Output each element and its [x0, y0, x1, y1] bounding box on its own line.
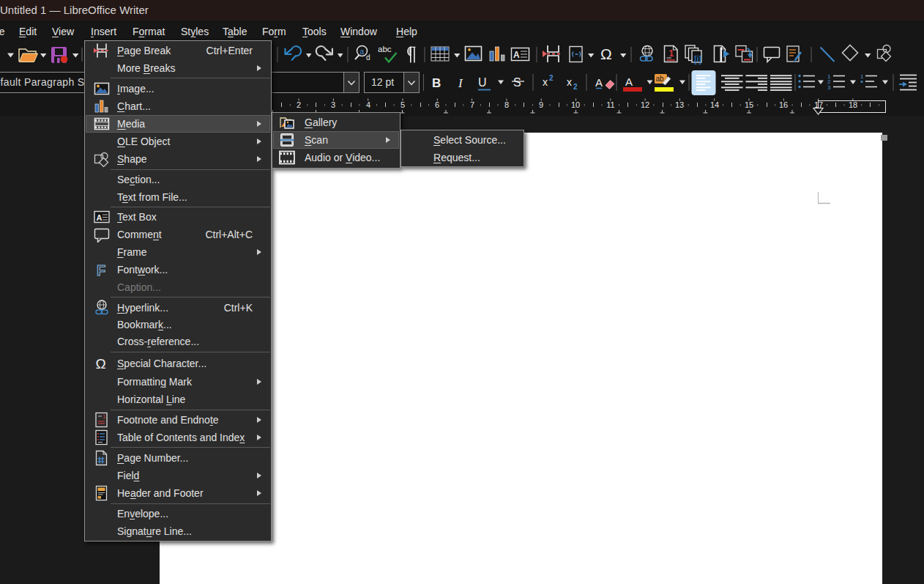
- svg-text:18: 18: [849, 100, 857, 109]
- svg-text:Ω: Ω: [600, 45, 612, 62]
- svg-text:8: 8: [504, 100, 509, 109]
- svg-text:2: 2: [573, 83, 578, 91]
- svg-text:9: 9: [539, 100, 543, 109]
- svg-text:16: 16: [779, 100, 788, 109]
- svg-text:a: a: [360, 48, 365, 56]
- svg-text:I: I: [458, 76, 463, 90]
- svg-text:d: d: [366, 53, 370, 62]
- svg-text:10: 10: [571, 100, 580, 109]
- svg-text:3: 3: [331, 100, 335, 109]
- svg-text:abc: abc: [378, 45, 392, 53]
- svg-text:6: 6: [435, 100, 439, 109]
- svg-text:13: 13: [675, 100, 684, 109]
- svg-text:1: 1: [860, 73, 864, 80]
- svg-text:B: B: [432, 76, 441, 90]
- svg-text:2: 2: [297, 100, 301, 109]
- svg-text:11: 11: [606, 100, 614, 109]
- svg-text:4: 4: [366, 100, 370, 109]
- svg-text:2: 2: [549, 74, 554, 82]
- svg-text:1: 1: [669, 48, 674, 59]
- svg-text:14: 14: [710, 100, 719, 109]
- svg-text:x: x: [567, 76, 572, 88]
- svg-text:A: A: [625, 75, 633, 88]
- svg-text:A: A: [595, 76, 603, 89]
- svg-text:A: A: [97, 213, 103, 222]
- svg-text:1: 1: [103, 413, 106, 420]
- svg-text:S: S: [513, 76, 521, 89]
- svg-text:[i]: [i]: [694, 53, 701, 64]
- svg-text:7: 7: [470, 100, 474, 109]
- svg-text:A: A: [513, 50, 520, 60]
- svg-text:ab: ab: [656, 75, 665, 83]
- svg-text:12: 12: [641, 100, 649, 109]
- svg-text:15: 15: [745, 100, 753, 109]
- svg-text:Ω: Ω: [96, 356, 106, 372]
- svg-text:F: F: [97, 262, 105, 278]
- svg-text:x: x: [543, 76, 548, 88]
- svg-text:5: 5: [400, 100, 405, 109]
- svg-text:3: 3: [827, 84, 831, 91]
- svg-text:U: U: [478, 76, 487, 89]
